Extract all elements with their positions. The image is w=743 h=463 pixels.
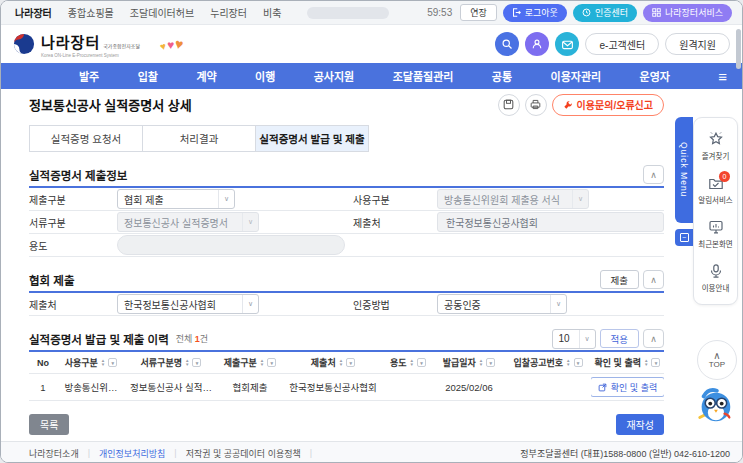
footer-link-about[interactable]: 나라장터소개 [29,447,79,460]
topbar-link-bichuk[interactable]: 비축 [263,5,281,20]
submit-info-title: 실적증명서 제출정보 [29,167,127,183]
chevron-up-icon: ∧ [650,275,657,285]
submit-info-collapse-button[interactable]: ∧ [643,165,664,184]
sort-icon[interactable]: ▲▼ [644,359,648,367]
tab-request-form[interactable]: 실적증명 요청서 [29,125,143,152]
topbar-link-datahub[interactable]: 조달데이터허브 [130,5,194,20]
filter-icon[interactable]: ▾ [417,358,426,367]
print-button[interactable] [525,94,547,116]
filter-icon[interactable]: ▾ [267,358,276,367]
filter-icon[interactable]: ▾ [651,358,660,367]
nav-item-quality[interactable]: 조달품질관리 [393,68,454,84]
mascot-character[interactable] [694,385,736,427]
history-table-header: No 사용구분▲▼▾ 서류구분명▲▼▾ 제출구분▲▼▾ 제출처▲▼▾ 용도▲▼▾… [29,352,664,374]
chevron-up-icon: ∧ [650,170,657,180]
app-window: 나라장터 종합쇼핑몰 조달데이터허브 누리장터 비축 59:53 연장 로그아웃… [0,0,743,463]
nav-item-contract[interactable]: 계약 [196,68,216,84]
save-icon [503,99,514,110]
tab-process-result[interactable]: 처리결과 [142,125,256,152]
sort-icon[interactable]: ▲▼ [479,359,483,367]
scrollbar[interactable] [736,26,741,461]
topbar-links: 나라장터 종합쇼핑몰 조달데이터허브 누리장터 비축 [15,5,281,20]
history-collapse-button[interactable]: ∧ [643,329,664,348]
nav-item-fulfillment[interactable]: 이행 [255,68,275,84]
scroll-to-top-button[interactable]: ∧ TOP [697,340,737,380]
page-size-select[interactable]: 10 ∨ [552,329,596,349]
flower-decoration: ♥ ♥ ♥ [160,36,183,52]
footer: 나라장터소개 | 개인정보처리방침 | 저작권 및 공공데이터 이용정책 | 정… [1,441,742,463]
mail-button[interactable] [555,32,579,56]
remote-support-button[interactable]: 원격지원 [665,33,730,55]
auth-center-button[interactable]: 인증센터 [573,4,637,22]
filter-icon[interactable]: ▾ [574,358,583,367]
filter-icon[interactable]: ▾ [192,358,201,367]
save-screen-button[interactable] [498,94,520,116]
rewrite-button[interactable]: 재작성 [616,414,664,435]
search-button[interactable] [495,32,519,56]
footer-link-copyright[interactable]: 저작권 및 공공데이터 이용정책 [186,447,301,460]
e-customer-center-button[interactable]: e-고객센터 [585,33,659,55]
sort-icon[interactable]: ▲▼ [260,359,264,367]
topbar-right: 59:53 연장 로그아웃 인증센터 나라장터서비스 [427,4,732,22]
site-logo[interactable]: 나라장터 국가종합전자조달 Korea ON-Line E-Procuremen… [13,31,140,58]
quick-item-recent-screens[interactable]: 최근본화면 [694,212,737,256]
nav-item-order[interactable]: 발주 [79,68,99,84]
footer-link-privacy[interactable]: 개인정보처리방침 [99,447,165,460]
services-button[interactable]: 나라장터서비스 [643,4,732,22]
logout-button[interactable]: 로그아웃 [503,4,567,22]
sort-icon[interactable]: ▲▼ [566,359,570,367]
sort-icon[interactable]: ▲▼ [101,359,105,367]
assoc-dest-select[interactable]: 한국정보통신공사협회 ∨ [117,294,259,314]
my-page-button[interactable] [525,32,549,56]
nav-item-operator[interactable]: 운영자 [640,68,670,84]
quick-menu-tab[interactable]: Quick Menu [675,117,693,223]
topbar-link-nurijangteo[interactable]: 누리장터 [210,5,247,20]
quick-item-notifications[interactable]: 0 알림서비스 [694,168,737,212]
assoc-dest-label: 제출처 [29,297,117,312]
extend-session-button[interactable]: 연장 [460,4,497,21]
search-icon [501,38,513,50]
menu-icon[interactable]: ≡ [718,69,727,84]
submit-type-select[interactable]: 협회 제출 ∨ [117,189,235,209]
submit-button[interactable]: 제출 [600,270,639,289]
nav-item-construction-support[interactable]: 공사지원 [314,68,354,84]
microphone-icon [708,263,724,279]
sort-icon[interactable]: ▲▼ [185,359,189,367]
list-button[interactable]: 목록 [29,414,69,435]
scrollbar-thumb[interactable] [736,29,741,69]
doc-type-select: 정보통신공사 실적증명서 ∨ [117,212,259,232]
sort-icon[interactable]: ▲▼ [339,359,343,367]
quick-menu-minimize-button[interactable]: − [675,229,693,246]
printer-icon [530,99,541,110]
assoc-submit-form: 제출처 한국정보통신공사협회 ∨ 인증방법 공동인증 ∨ [29,291,664,316]
external-link-icon [598,383,607,392]
nav-item-user-mgmt[interactable]: 이용자관리 [551,68,602,84]
quick-item-favorites[interactable]: 즐겨찾기 [694,124,737,168]
quick-item-usage-guide[interactable]: 이용안내 [694,256,737,300]
filter-icon[interactable]: ▾ [486,358,495,367]
topbar-link-narajangteo[interactable]: 나라장터 [15,5,52,20]
logo-title: 나라장터 [41,31,100,52]
notification-badge: 0 [719,171,730,182]
assoc-collapse-button[interactable]: ∧ [643,270,664,289]
logout-icon [512,8,521,17]
session-timer: 59:53 [427,7,452,18]
chevron-down-icon: ∨ [572,190,588,208]
dest-label: 제출처 [353,215,437,230]
chevron-down-icon: ∨ [242,213,258,231]
nav-item-bid[interactable]: 입찰 [138,68,158,84]
auth-method-select[interactable]: 공동인증 ∨ [437,294,567,314]
nav-item-common[interactable]: 공통 [492,68,512,84]
sort-icon[interactable]: ▲▼ [410,359,414,367]
filter-icon[interactable]: ▾ [346,358,355,367]
verify-print-button[interactable]: 확인 및 출력 [591,377,664,397]
filter-icon[interactable]: ▾ [108,358,117,367]
tab-issue-and-submit[interactable]: 실적증명서 발급 및 제출 [255,125,369,152]
apply-button[interactable]: 적용 [600,329,639,348]
submit-type-label: 제출구분 [29,192,117,207]
top-utility-bar: 나라장터 종합쇼핑몰 조달데이터허브 누리장터 비축 59:53 연장 로그아웃… [1,1,742,25]
report-error-button[interactable]: 이용문의/오류신고 [552,94,664,116]
topbar-link-shoppingmall[interactable]: 종합쇼핑몰 [68,5,114,20]
history-section-header: 실적증명서 발급 및 제출 이력 전체 1건 10 ∨ 적용 ∧ [29,327,664,350]
history-title: 실적증명서 발급 및 제출 이력 [29,331,169,347]
